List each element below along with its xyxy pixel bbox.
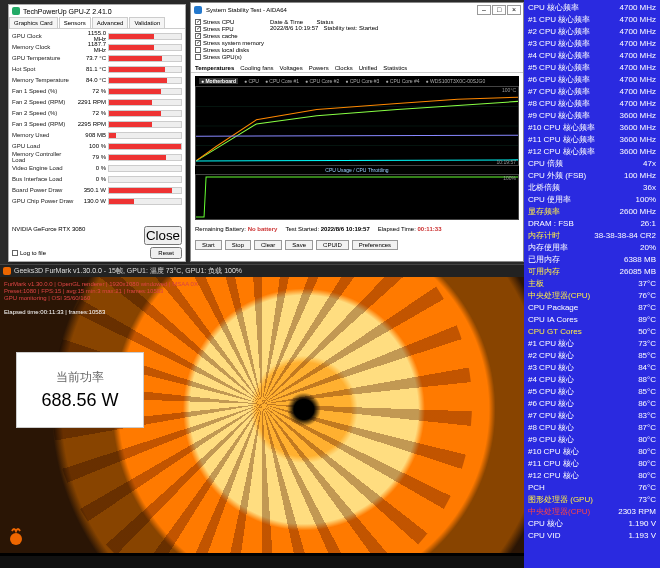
subtab[interactable]: Powers <box>309 64 329 72</box>
panel-row: 显存频率2600 MHz <box>528 206 656 218</box>
sensor-bar <box>108 198 182 205</box>
tab-sensors[interactable]: Sensors <box>59 17 91 28</box>
subtab[interactable]: Unified <box>359 64 378 72</box>
sensor-row: Video Engine Load 0 % <box>12 163 182 173</box>
subtab[interactable]: Cooling fans <box>240 64 273 72</box>
temperature-chart: 100°C 10:19:57 <box>195 86 519 166</box>
panel-row: 中央处理器(CPU)76°C <box>528 290 656 302</box>
sensor-row: Fan 1 Speed (%) 72 % <box>12 86 182 96</box>
stress-check[interactable]: Stress system memory <box>195 40 264 46</box>
sensor-value: 350.1 W <box>74 187 108 193</box>
cpu-usage-chart: 100% <box>195 174 519 220</box>
close-icon[interactable]: × <box>507 5 521 15</box>
aida-icon <box>194 6 202 14</box>
stress-options: Stress CPUStress FPUStress cacheStress s… <box>195 19 264 60</box>
sensor-label: Fan 2 Speed (RPM) <box>12 99 74 105</box>
cpu-usage-title: CPU Usage / CPU Throttling <box>195 166 519 174</box>
subtab[interactable]: Voltages <box>280 64 303 72</box>
subtab[interactable]: Temperatures <box>195 64 234 72</box>
sensor-row: Memory Temperature 84.0 °C <box>12 75 182 85</box>
reset-button[interactable]: Reset <box>150 247 182 259</box>
aida-window[interactable]: System Stability Test - AIDA64 – □ × Str… <box>190 2 524 262</box>
gpuz-titlebar[interactable]: TechPowerUp GPU-Z 2.41.0 <box>9 5 185 17</box>
furmark-title: Geeks3D FurMark v1.30.0.0 - 15帧, GPU1: 温… <box>14 266 242 276</box>
furmark-badge-icon <box>4 525 28 549</box>
maximize-icon[interactable]: □ <box>492 5 506 15</box>
sensor-value: 72 % <box>74 88 108 94</box>
sensor-bar <box>108 154 182 161</box>
gpuz-icon <box>12 7 20 15</box>
panel-row: #4 CPU 核心88°C <box>528 374 656 386</box>
status-column: Date & Time Status 2022/8/6 10:19:57 Sta… <box>270 19 378 60</box>
panel-row: #11 CPU 核心频率3600 MHz <box>528 134 656 146</box>
panel-row: #4 CPU 核心频率4700 MHz <box>528 50 656 62</box>
panel-row: #7 CPU 核心83°C <box>528 410 656 422</box>
aida-title: System Stability Test - AIDA64 <box>206 7 287 13</box>
gpu-name: NVIDIA GeForce RTX 3080 <box>12 226 85 245</box>
preferences-button[interactable]: Preferences <box>352 240 398 250</box>
svg-rect-4 <box>196 175 518 219</box>
panel-row: CPU IA Cores89°C <box>528 314 656 326</box>
legend-item: ● CPU Core #3 <box>345 78 379 84</box>
tab-graphics-card[interactable]: Graphics Card <box>9 17 58 28</box>
stress-check[interactable]: Stress cache <box>195 33 264 39</box>
sensor-row: Hot Spot 81.1 °C <box>12 64 182 74</box>
sensor-label: GPU Temperature <box>12 55 74 61</box>
aida-titlebar[interactable]: System Stability Test - AIDA64 – □ × <box>191 3 523 17</box>
minimize-icon[interactable]: – <box>477 5 491 15</box>
panel-row: #5 CPU 核心85°C <box>528 386 656 398</box>
sensor-label: GPU Clock <box>12 33 74 39</box>
panel-row: #3 CPU 核心84°C <box>528 362 656 374</box>
stress-check[interactable]: Stress local disks <box>195 47 264 53</box>
sensor-bar <box>108 55 182 62</box>
sensor-value: 908 MB <box>74 132 108 138</box>
panel-row: CPU Package87°C <box>528 302 656 314</box>
furmark-statusbar <box>0 556 524 568</box>
legend-item: ● CPU Core #4 <box>385 78 419 84</box>
panel-row: #7 CPU 核心频率4700 MHz <box>528 86 656 98</box>
stress-check[interactable]: Stress FPU <box>195 26 264 32</box>
gpuz-tabs: Graphics Card Sensors Advanced Validatio… <box>9 17 185 29</box>
subtab[interactable]: Statistics <box>383 64 407 72</box>
cpuid-button[interactable]: CPUID <box>316 240 349 250</box>
sensor-value: 0 % <box>74 176 108 182</box>
sensor-value: 0 % <box>74 165 108 171</box>
log-to-file[interactable]: Log to file <box>12 250 46 256</box>
stress-check[interactable]: Stress CPU <box>195 19 264 25</box>
gpuz-window[interactable]: TechPowerUp GPU-Z 2.41.0 Graphics Card S… <box>8 4 186 262</box>
sensor-row: Fan 2 Speed (RPM) 2291 RPM <box>12 97 182 107</box>
clear-button[interactable]: Clear <box>254 240 282 250</box>
panel-row: #6 CPU 核心86°C <box>528 398 656 410</box>
panel-row: #10 CPU 核心频率3600 MHz <box>528 122 656 134</box>
sensor-label: Board Power Draw <box>12 187 74 193</box>
legend-item: ● Motherboard <box>199 78 238 84</box>
save-button[interactable]: Save <box>285 240 313 250</box>
sensor-label: Memory Clock <box>12 44 74 50</box>
panel-row: #6 CPU 核心频率4700 MHz <box>528 74 656 86</box>
sensor-row: Board Power Draw 350.1 W <box>12 185 182 195</box>
panel-row: #10 CPU 核心80°C <box>528 446 656 458</box>
start-button[interactable]: Start <box>195 240 222 250</box>
panel-row: #2 CPU 核心频率4700 MHz <box>528 26 656 38</box>
sensor-label: GPU Load <box>12 143 74 149</box>
sensor-bar <box>108 132 182 139</box>
close-button[interactable]: Close <box>144 226 182 245</box>
panel-row: #9 CPU 核心80°C <box>528 434 656 446</box>
tab-validation[interactable]: Validation <box>129 17 165 28</box>
sensor-label: Memory Temperature <box>12 77 74 83</box>
sensor-bar <box>108 121 182 128</box>
legend-item: ● CPU Core #2 <box>305 78 339 84</box>
sensor-row: GPU Temperature 73.7 °C <box>12 53 182 63</box>
sensor-row: GPU Load 100 % <box>12 141 182 151</box>
sensor-row: Fan 2 Speed (%) 72 % <box>12 108 182 118</box>
furmark-titlebar[interactable]: Geeks3D FurMark v1.30.0.0 - 15帧, GPU1: 温… <box>0 265 524 277</box>
panel-row: 北桥倍频36x <box>528 182 656 194</box>
sensor-value: 2295 RPM <box>74 121 108 127</box>
panel-row: #2 CPU 核心85°C <box>528 350 656 362</box>
sensor-row: GPU Chip Power Draw 130.0 W <box>12 196 182 206</box>
tab-advanced[interactable]: Advanced <box>92 17 129 28</box>
subtab[interactable]: Clocks <box>335 64 353 72</box>
stress-check[interactable]: Stress GPU(s) <box>195 54 264 60</box>
panel-row: 中央处理器(CPU)2303 RPM <box>528 506 656 518</box>
stop-button[interactable]: Stop <box>225 240 251 250</box>
